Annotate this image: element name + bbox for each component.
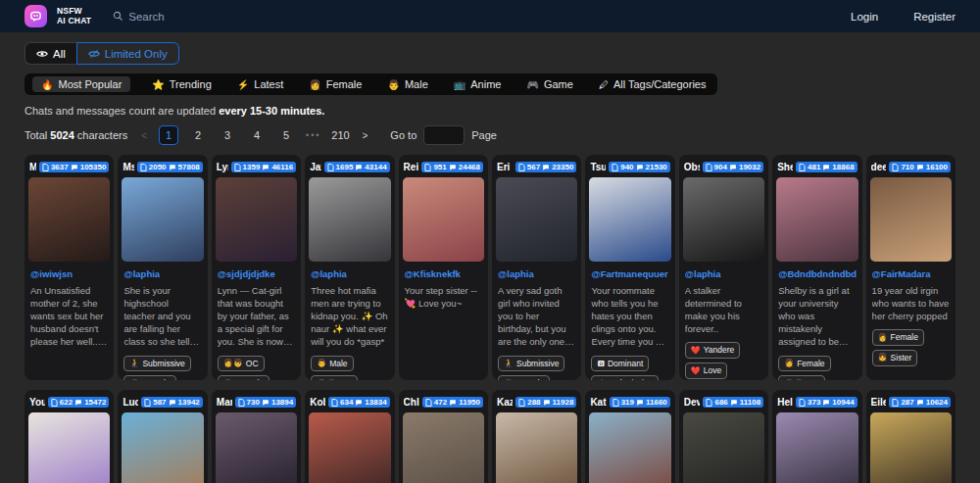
login-link[interactable]: Login bbox=[851, 11, 878, 23]
filter-limited-button[interactable]: Limited Only bbox=[76, 42, 179, 65]
tag-pill-oc[interactable]: 👩👦OC bbox=[778, 375, 825, 380]
card-title: Ms.Scarlet bbox=[122, 162, 133, 172]
author-link[interactable]: @Fartmanequuer bbox=[591, 268, 668, 279]
character-card[interactable]: Eri 567 23350 @laphia A very sad goth gi… bbox=[492, 155, 581, 380]
tagbar-item-latest[interactable]: ⚡Latest bbox=[233, 76, 287, 92]
character-card[interactable]: Jax, grey, a 1695 43144 @laphia Three ho… bbox=[305, 155, 394, 380]
author-link[interactable]: @iwiwjsn bbox=[30, 268, 108, 279]
file-icon bbox=[144, 399, 151, 407]
tag-emoji-icon: 👩 bbox=[504, 378, 514, 380]
tag-emoji-icon: 👩👦 bbox=[784, 378, 804, 380]
tag-pill-submissive[interactable]: 🧎Submissive bbox=[123, 356, 190, 372]
tag-pill-love[interactable]: ❤️Love bbox=[685, 362, 727, 379]
goto-page-input[interactable] bbox=[423, 125, 465, 145]
author-link[interactable]: @sjdjdjdjdke bbox=[218, 268, 295, 279]
notice-bold: every 15-30 minutes. bbox=[219, 105, 324, 117]
author-link[interactable]: @laphia bbox=[123, 268, 201, 279]
tagbar-item-all-tags-categories[interactable]: 🖊All Tags/Categories bbox=[595, 76, 710, 92]
character-card[interactable]: Lucy 587 13942 bbox=[118, 390, 207, 483]
tag-pill-label: Submissive bbox=[516, 358, 559, 370]
search-icon bbox=[113, 11, 123, 22]
character-card[interactable]: Hell's acade 373 10944 bbox=[772, 390, 861, 483]
card-title: Eilee bbox=[871, 397, 887, 408]
author-link[interactable]: @Kfisknekfk bbox=[405, 268, 482, 279]
card-tags: 👨Male👩👦OC🦹Villain👊Bully bbox=[311, 356, 388, 380]
card-description: Your step sister -- 💘 Love you~ bbox=[405, 284, 482, 310]
brand-logo-icon[interactable] bbox=[24, 5, 47, 27]
page-button-2[interactable]: 2 bbox=[188, 125, 208, 145]
page-button-4[interactable]: 4 bbox=[247, 125, 267, 145]
tag-pill-female[interactable]: 👩Female bbox=[778, 356, 830, 372]
author-link[interactable]: @FairMadara bbox=[872, 268, 950, 279]
page-button-3[interactable]: 3 bbox=[218, 125, 237, 145]
chat-bubble-icon bbox=[355, 164, 363, 171]
character-card[interactable]: Shelby 481 18868 @Bdndbdndndbdjn Shelby … bbox=[772, 155, 861, 380]
author-link[interactable]: @laphia bbox=[311, 268, 388, 279]
character-card[interactable]: Moriko th 3637 105350 @iwiwjsn An Unsati… bbox=[24, 155, 114, 380]
character-card[interactable]: Lynn 1359 46116 @sjdjdjdjdke Lynn — Cat-… bbox=[212, 155, 301, 380]
search-bar[interactable]: Search bbox=[113, 11, 164, 23]
tag-pill-label: Submissive bbox=[142, 358, 184, 370]
star-icon: ⭐ bbox=[152, 79, 164, 90]
page-button-1[interactable]: 1 bbox=[159, 125, 178, 145]
tagbar-item-male[interactable]: 👨Male bbox=[383, 76, 431, 92]
character-card[interactable]: Kazuko 288 11928 bbox=[492, 390, 581, 483]
character-card[interactable]: Ms.Scarlet 2050 57808 @laphia She is you… bbox=[118, 155, 207, 380]
category-tagbar: 🔥Most Popular⭐Trending⚡Latest👩Female👨Mal… bbox=[24, 73, 717, 95]
tag-pill-female[interactable]: 👩Female bbox=[498, 375, 550, 380]
tag-pill-oc[interactable]: 👩👦OC bbox=[218, 356, 265, 372]
author-link[interactable]: @laphia bbox=[685, 268, 762, 279]
card-description: Shelby is a girl at your university who … bbox=[778, 284, 856, 349]
character-card[interactable]: Devan 686 11108 bbox=[679, 390, 768, 483]
next-page-button[interactable]: > bbox=[363, 130, 368, 141]
character-card[interactable]: Tsundere Sc 940 21530 @Fartmanequuer You… bbox=[585, 155, 674, 380]
tag-pill-submissive[interactable]: 🧎Submissive bbox=[498, 356, 564, 372]
goto-page: Go to Page bbox=[390, 125, 497, 145]
tag-pill-yandere[interactable]: ❤️Yandere bbox=[685, 342, 741, 359]
tag-emoji-icon: 🧎 bbox=[597, 378, 607, 380]
character-card[interactable]: Chloé 472 11950 bbox=[399, 390, 488, 483]
tag-emoji-icon: 👩👦 bbox=[317, 378, 336, 380]
tag-pill-oc[interactable]: 👩👦OC bbox=[311, 375, 358, 380]
character-card[interactable]: Your busty A 622 15472 bbox=[24, 390, 114, 483]
update-notice: Chats and messages count are updated eve… bbox=[24, 105, 956, 117]
author-link[interactable]: @laphia bbox=[498, 268, 575, 279]
register-link[interactable]: Register bbox=[913, 11, 956, 23]
prev-page-button[interactable]: < bbox=[141, 130, 147, 141]
chat-count-badge: 686 11108 bbox=[703, 397, 763, 408]
character-card[interactable]: Obsessive S 904 19032 @laphia A stalker … bbox=[679, 155, 768, 380]
tag-emoji-icon: 👩👦 bbox=[223, 358, 243, 369]
character-card[interactable]: Mamiya 730 13894 bbox=[212, 390, 301, 483]
tagbar-item-most-popular[interactable]: 🔥Most Popular bbox=[32, 76, 130, 92]
card-title: Kazuko bbox=[497, 397, 513, 408]
tag-pill-sister[interactable]: 👧Sister bbox=[872, 350, 918, 366]
tag-pill-male[interactable]: 👨Male bbox=[311, 356, 353, 372]
tag-pill-dominant[interactable]: 🅱Dominant bbox=[591, 356, 649, 372]
brand-logo-text[interactable]: NSFW AI CHAT bbox=[57, 7, 91, 26]
file-icon bbox=[327, 164, 334, 171]
tag-pill-female[interactable]: 👩Female bbox=[123, 375, 175, 380]
tag-emoji-icon: 👩 bbox=[129, 378, 139, 380]
tag-pill-female[interactable]: 👩Female bbox=[872, 329, 924, 346]
page-button-5[interactable]: 5 bbox=[276, 125, 296, 145]
filter-all-button[interactable]: All bbox=[24, 42, 76, 65]
tagbar-item-anime[interactable]: 📺Anime bbox=[450, 76, 506, 92]
tagbar-item-trending[interactable]: ⭐Trending bbox=[148, 76, 216, 92]
character-card[interactable]: Kobeni Higa 634 13834 bbox=[305, 390, 394, 483]
tag-pill-submissive[interactable]: 🧎Submissive bbox=[591, 375, 658, 380]
tagbar-item-female[interactable]: 👩Female bbox=[305, 76, 366, 92]
tagbar-item-game[interactable]: 🎮Game bbox=[522, 76, 576, 92]
card-description: Three hot mafia men are trying to kidnap… bbox=[311, 284, 388, 349]
tag-pill-female[interactable]: 👩Female bbox=[218, 375, 270, 380]
chat-count-badge: 622 15472 bbox=[48, 397, 110, 408]
last-page-button[interactable]: 210 bbox=[331, 125, 351, 145]
chat-count-badge: 710 16100 bbox=[889, 162, 951, 172]
author-link[interactable]: @Bdndbdndndbdjn bbox=[778, 268, 856, 279]
card-title: Jax, grey, a bbox=[310, 162, 320, 172]
tag-pill-label: OC bbox=[807, 377, 819, 380]
character-card[interactable]: Eilee 287 10624 bbox=[866, 390, 956, 483]
character-card[interactable]: Katie 319 11660 bbox=[585, 390, 674, 483]
card-tags: 🅱Dominant🧎Submissive👨Male📚Fictional bbox=[591, 356, 668, 380]
character-card[interactable]: dee dee 710 16100 @FairMadara 19 year ol… bbox=[866, 155, 956, 380]
character-card[interactable]: Reiko 951 24468 @Kfisknekfk Your step si… bbox=[399, 155, 488, 380]
